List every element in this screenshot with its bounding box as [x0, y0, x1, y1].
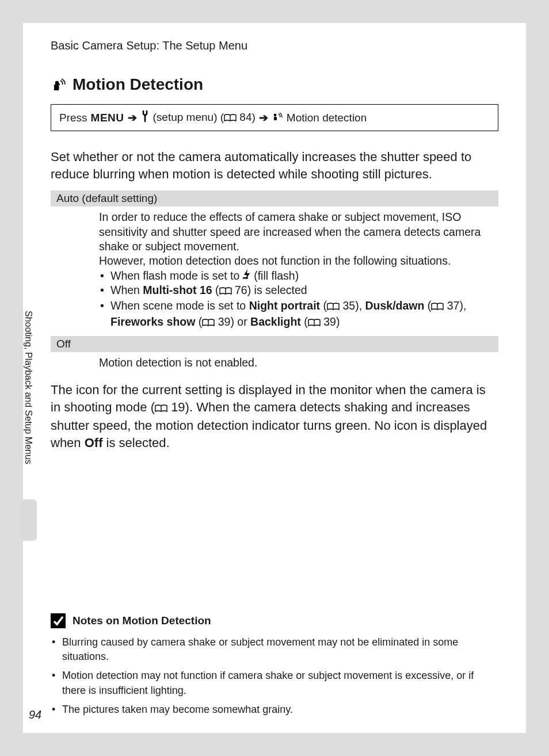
section-title: Motion Detection [73, 75, 203, 94]
page-header: Basic Camera Setup: The Setup Menu [51, 39, 498, 52]
notes-section: Notes on Motion Detection Blurring cause… [51, 613, 498, 721]
option-auto-body: In order to reduce the effects of camera… [51, 207, 498, 336]
svg-point-2 [273, 113, 276, 116]
section-side-tab: Shooting, Playback and Setup Menus [23, 311, 36, 541]
book-icon [431, 300, 444, 314]
page-number: 94 [29, 708, 41, 721]
book-icon [224, 112, 237, 125]
option-auto-bullet-2: When Multi-shot 16 ( 76) is selected [99, 283, 493, 299]
wrench-icon [140, 110, 150, 125]
notes-item: Blurring caused by camera shake or subje… [51, 635, 498, 664]
side-tab-highlight [22, 499, 37, 541]
manual-page: Shooting, Playback and Setup Menus Basic… [0, 0, 549, 756]
nav-setup-menu: (setup menu) ( 84) [153, 111, 256, 125]
notes-item: Motion detection may not function if cam… [51, 669, 498, 697]
book-icon [327, 300, 340, 314]
option-auto-bullet-1: When flash mode is set to (fill flash) [99, 269, 493, 283]
arrow-icon: ➔ [259, 111, 268, 124]
notes-list: Blurring caused by camera shake or subje… [51, 635, 498, 717]
after-paragraph: The icon for the current setting is disp… [51, 381, 498, 451]
arrow-icon: ➔ [128, 111, 137, 124]
book-icon [202, 316, 215, 330]
side-tab-label: Shooting, Playback and Setup Menus [23, 311, 33, 464]
option-auto-bullet-3: When scene mode is set to Night portrait… [99, 299, 493, 330]
intro-paragraph: Set whether or not the camera automatica… [51, 148, 498, 182]
option-off-header: Off [51, 336, 498, 352]
nav-motion-detection: Motion detection [287, 112, 367, 124]
book-icon [219, 284, 232, 299]
notes-title-row: Notes on Motion Detection [51, 613, 498, 628]
nav-press: Press [59, 112, 87, 124]
motion-detection-small-icon [272, 112, 283, 124]
notes-item: The pictures taken may become somewhat g… [51, 702, 498, 717]
option-off-p1: Motion detection is not enabled. [99, 356, 493, 370]
option-auto-header: Auto (default setting) [51, 190, 498, 207]
book-icon [308, 316, 321, 330]
motion-detection-icon [51, 78, 67, 91]
menu-button-label: MENU [91, 112, 124, 124]
option-off-body: Motion detection is not enabled. [51, 352, 498, 376]
svg-point-0 [55, 81, 59, 85]
notes-title: Notes on Motion Detection [73, 614, 211, 627]
caution-check-icon [51, 613, 66, 628]
option-auto-p1: In order to reduce the effects of camera… [99, 210, 493, 254]
svg-rect-4 [243, 277, 248, 278]
menu-path-box: Press MENU ➔ (setup menu) ( 84) ➔ Motion… [51, 104, 498, 131]
svg-rect-3 [274, 117, 277, 120]
section-title-row: Motion Detection [51, 75, 498, 94]
svg-rect-1 [55, 85, 59, 90]
flash-icon [243, 269, 251, 282]
book-icon [155, 400, 167, 417]
option-auto-p2: However, motion detection does not funct… [99, 254, 493, 268]
